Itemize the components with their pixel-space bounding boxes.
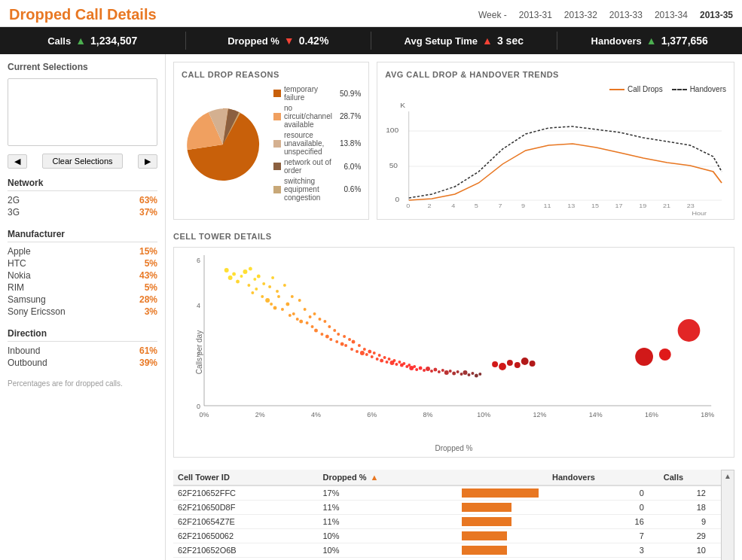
svg-text:8%: 8% (423, 411, 433, 418)
svg-point-137 (635, 348, 653, 366)
handovers-stat: Handovers ▲ 1,377,656 (557, 32, 743, 50)
svg-point-99 (380, 359, 383, 363)
svg-point-46 (251, 291, 254, 294)
week-2013-31[interactable]: 2013-31 (519, 10, 552, 20)
manufacturer-htc-label: HTC (8, 258, 26, 269)
svg-point-139 (678, 319, 701, 342)
legend-label-2: resource unavailable, unspecified (284, 131, 332, 156)
main-layout: Current Selections ◀ Clear Selections ▶ … (0, 54, 742, 560)
svg-point-79 (329, 338, 332, 341)
stats-bar: Calls ▲ 1,234,507 Dropped % ▼ 0.42% Avg … (0, 27, 742, 54)
cell-dropped-pct: 11% (318, 515, 457, 529)
svg-point-100 (383, 356, 386, 359)
svg-point-69 (306, 321, 309, 324)
cell-tower-table: Cell Tower ID Dropped % ▲ Handovers Call… (173, 470, 721, 560)
svg-point-117 (430, 370, 433, 373)
manufacturer-nokia-value: 43% (139, 270, 157, 281)
svg-point-45 (249, 267, 252, 271)
table-row[interactable]: 62F210650D8F 11% 0 18 (173, 501, 721, 515)
svg-text:4%: 4% (311, 411, 321, 418)
table-scrollbar[interactable]: ▲ ▼ (721, 470, 734, 560)
scroll-up-icon[interactable]: ▲ (724, 472, 731, 480)
page-header: Dropped Call Details Week - 2013-31 2013… (0, 0, 742, 27)
table-row[interactable]: 62F210652O6B 10% 3 10 (173, 543, 721, 558)
manufacturer-htc-row[interactable]: HTC 5% (8, 257, 157, 269)
svg-text:4: 4 (452, 202, 456, 209)
clear-selections-button[interactable]: Clear Selections (42, 154, 122, 169)
pie-section: temporary failure 50.9% no circuit/chann… (182, 85, 361, 204)
legend-color-1 (273, 113, 281, 120)
col-bar (457, 470, 548, 485)
svg-point-121 (444, 370, 449, 375)
table-row[interactable]: 62F210651495 10% 0 10 (173, 558, 721, 561)
scatter-title: CELL TOWER DETAILS (173, 232, 734, 241)
svg-point-136 (530, 361, 536, 367)
manufacturer-samsung-row[interactable]: Samsung 28% (8, 294, 157, 306)
cell-handovers: 0 (548, 501, 659, 515)
cell-dropped-pct: 17% (318, 485, 457, 501)
svg-point-85 (344, 344, 347, 347)
svg-point-92 (363, 348, 366, 351)
svg-text:K: K (401, 102, 406, 109)
network-2g-row[interactable]: 2G 63% (8, 194, 157, 206)
week-2013-34[interactable]: 2013-34 (655, 10, 688, 20)
manufacturer-title: Manufacturer (8, 229, 157, 242)
sidebar-note: Percentages are for dropped calls. (8, 379, 157, 388)
legend-pct-2: 13.8% (335, 139, 361, 148)
legend-color-0 (273, 90, 281, 97)
table-scroll: Cell Tower ID Dropped % ▲ Handovers Call… (173, 470, 734, 560)
col-tower-id[interactable]: Cell Tower ID (173, 470, 318, 485)
svg-text:14%: 14% (589, 411, 603, 418)
manufacturer-apple-row[interactable]: Apple 15% (8, 245, 157, 257)
table-row[interactable]: 62F210652FFC 17% 0 12 (173, 485, 721, 501)
svg-point-59 (281, 308, 284, 311)
prev-button[interactable]: ◀ (8, 154, 27, 169)
manufacturer-sony-row[interactable]: Sony Ericsson 3% (8, 306, 157, 318)
week-2013-32[interactable]: 2013-32 (564, 10, 597, 20)
direction-inbound-row[interactable]: Inbound 61% (8, 345, 157, 357)
manufacturer-nokia-row[interactable]: Nokia 43% (8, 269, 157, 282)
col-calls[interactable]: Calls (659, 470, 721, 485)
svg-text:0%: 0% (200, 411, 209, 418)
network-3g-row[interactable]: 3G 37% (8, 206, 157, 218)
avg-call-drop-title: AVG CALL DROP & HANDOVER TRENDS (385, 70, 726, 79)
table-row[interactable]: 62F210654Z7E 11% 16 9 (173, 515, 721, 529)
svg-point-38 (224, 268, 229, 272)
legend-pct-0: 50.9% (335, 90, 361, 98)
svg-point-87 (350, 348, 353, 351)
svg-point-93 (365, 353, 368, 356)
legend-item-3: network out of order 6.0% (273, 158, 361, 175)
col-handovers[interactable]: Handovers (548, 470, 659, 485)
avg-setup-value: 3 sec (497, 35, 524, 47)
cell-bar (457, 529, 548, 543)
manufacturer-sony-label: Sony Ericsson (8, 306, 66, 317)
svg-text:13: 13 (567, 202, 575, 209)
svg-text:100: 100 (386, 126, 398, 134)
col-dropped-pct[interactable]: Dropped % ▲ (318, 470, 457, 485)
cell-handovers: 0 (548, 558, 659, 561)
svg-point-48 (255, 288, 258, 291)
table-row[interactable]: 62F210650062 10% 7 29 (173, 529, 721, 543)
handovers-label: Handovers (591, 35, 642, 47)
network-title: Network (8, 178, 157, 191)
svg-point-110 (408, 364, 411, 367)
svg-point-125 (460, 373, 463, 376)
direction-outbound-row[interactable]: Outbound 39% (8, 357, 157, 369)
svg-text:6: 6 (197, 257, 200, 264)
svg-text:6%: 6% (367, 411, 377, 418)
manufacturer-rim-row[interactable]: RIM 5% (8, 282, 157, 294)
legend-item-1: no circuit/channel available 28.7% (273, 104, 361, 129)
svg-point-74 (318, 318, 321, 321)
svg-point-114 (419, 367, 423, 370)
call-drops-line-icon (609, 89, 624, 90)
cell-calls: 18 (659, 501, 721, 515)
svg-point-133 (507, 360, 513, 366)
next-button[interactable]: ▶ (138, 154, 157, 169)
direction-outbound-label: Outbound (8, 358, 47, 368)
network-2g-label: 2G (8, 195, 20, 205)
week-2013-35[interactable]: 2013-35 (700, 10, 733, 20)
week-2013-33[interactable]: 2013-33 (609, 10, 643, 20)
svg-text:0: 0 (197, 403, 200, 410)
cell-tower-id: 62F210650D8F (173, 501, 318, 515)
svg-point-71 (311, 325, 314, 328)
